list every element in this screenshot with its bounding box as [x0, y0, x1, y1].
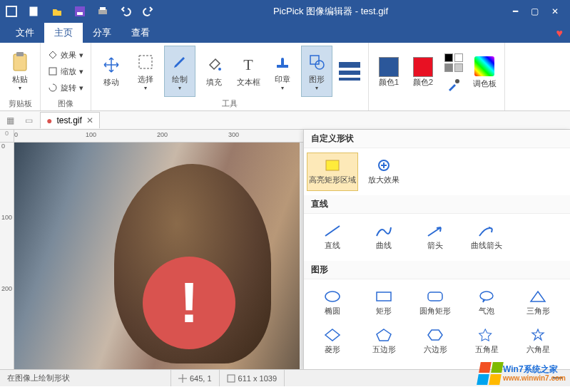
shape-button[interactable]: 图形▾ [301, 46, 332, 97]
shape-icon [307, 52, 327, 72]
svg-rect-13 [310, 56, 319, 64]
maximize-button[interactable]: ▢ [531, 6, 539, 16]
doc-tab-label: test.gif [56, 115, 81, 125]
svg-rect-9 [49, 68, 56, 75]
app-icon [3, 3, 20, 20]
ribbon: 粘贴▾ 剪贴板 效果 ▾ 缩放 ▾ 旋转 ▾ 图像 移动 选择▾ 绘制▾ 填充 … [0, 43, 570, 111]
window-title: PicPick 图像编辑器 - test.gif [160, 5, 502, 18]
shape-magnify[interactable]: 放大效果 [358, 153, 409, 191]
cursor-pos-icon [178, 374, 187, 383]
palette-icon [474, 56, 494, 76]
rotate-button[interactable]: 旋转 ▾ [48, 81, 83, 95]
open-icon[interactable] [49, 3, 66, 20]
section-custom: 自定义形状 [304, 130, 570, 148]
stamp-button[interactable]: 印章▾ [267, 46, 298, 97]
save-icon[interactable] [71, 3, 88, 20]
svg-point-14 [315, 61, 324, 69]
svg-rect-7 [14, 54, 26, 71]
color1-button[interactable]: 颜色1 [373, 47, 404, 98]
doc-tab[interactable]: ● test.gif ✕ [40, 112, 100, 128]
close-tab-icon[interactable]: ✕ [86, 115, 93, 125]
new-icon[interactable] [26, 3, 43, 20]
section-lines: 直线 [304, 195, 570, 214]
section-shapes: 图形 [304, 261, 570, 279]
shape-hexagon[interactable]: 六边形 [409, 322, 461, 361]
shape-highlight-rect[interactable]: 高亮矩形区域 [307, 153, 358, 191]
svg-rect-22 [228, 375, 235, 382]
svg-rect-1 [7, 7, 16, 16]
title-bar: PicPick 图像编辑器 - test.gif ━ ▢ ✕ [0, 0, 570, 23]
clipboard-icon [10, 52, 30, 72]
svg-rect-2 [30, 7, 37, 16]
tab-share[interactable]: 分享 [83, 23, 121, 43]
status-hint: 在图像上绘制形状 [0, 370, 171, 386]
resize-button[interactable]: 缩放 ▾ [48, 64, 83, 78]
ruler-corner: 0 [0, 130, 14, 143]
svg-rect-19 [377, 292, 391, 301]
svg-rect-16 [326, 160, 339, 170]
exclamation-stamp: ! [143, 257, 235, 349]
select-icon [136, 52, 156, 72]
fill-button[interactable]: 填充 [198, 46, 230, 97]
text-button[interactable]: T文本框 [233, 46, 264, 97]
select-button[interactable]: 选择▾ [130, 46, 161, 97]
draw-button[interactable]: 绘制▾ [164, 46, 195, 97]
minimize-button[interactable]: ━ [513, 6, 518, 16]
shape-arrow[interactable]: 箭头 [409, 218, 461, 257]
document-tabs: ▦ ▭ ● test.gif ✕ [0, 111, 570, 130]
status-size: 611 x 1039 [220, 370, 285, 386]
shape-pentagon[interactable]: 五边形 [358, 322, 409, 361]
paste-button[interactable]: 粘贴▾ [4, 46, 36, 97]
shape-dropdown: 自定义形状 高亮矩形区域 放大效果 直线 直线 曲线 箭头 曲线箭头 图形 椭圆… [303, 130, 570, 369]
move-icon [101, 55, 121, 75]
tab-home[interactable]: 主页 [44, 23, 83, 43]
svg-rect-20 [428, 292, 442, 301]
move-button[interactable]: 移动 [96, 46, 127, 97]
print-icon[interactable] [94, 3, 111, 20]
watermark: Win7系统之家www.winwin7.com [479, 362, 566, 385]
shape-star6[interactable]: 六角星 [512, 322, 564, 361]
shape-star5[interactable]: 五角星 [461, 322, 512, 361]
color1-swatch [379, 57, 399, 77]
single-view-icon[interactable]: ▭ [21, 113, 36, 128]
svg-point-21 [480, 292, 493, 300]
svg-point-18 [325, 292, 340, 301]
ruler-vertical: 0 100 200 [0, 143, 14, 369]
shape-line[interactable]: 直线 [307, 218, 358, 257]
svg-rect-5 [98, 9, 107, 14]
svg-rect-12 [277, 65, 288, 68]
shape-triangle[interactable]: 三角形 [512, 284, 564, 322]
grid-view-icon[interactable]: ▦ [3, 113, 17, 128]
tab-view[interactable]: 查看 [121, 23, 160, 43]
svg-rect-6 [100, 7, 106, 10]
color2-button[interactable]: 颜色2 [407, 47, 439, 98]
svg-rect-8 [16, 52, 24, 56]
palette-button[interactable]: 调色板 [469, 47, 500, 98]
shape-curve[interactable]: 曲线 [358, 218, 409, 257]
undo-icon[interactable] [117, 3, 134, 20]
eyedropper-icon[interactable] [447, 78, 461, 92]
svg-rect-10 [139, 56, 152, 68]
redo-icon[interactable] [140, 3, 157, 20]
svg-rect-4 [77, 12, 83, 15]
effect-button[interactable]: 效果 ▾ [48, 48, 83, 62]
favorite-icon[interactable]: ♥ [549, 24, 571, 43]
group-clipboard-label: 剪贴板 [4, 97, 36, 109]
ribbon-tabs: 文件 主页 分享 查看 ♥ [0, 23, 570, 43]
shape-roundrect[interactable]: 圆角矩形 [409, 284, 461, 322]
line-weight-icon[interactable] [339, 62, 360, 81]
shape-rect[interactable]: 矩形 [358, 284, 409, 322]
text-icon: T [238, 55, 258, 75]
status-bar: 在图像上绘制形状 645, 1 611 x 1039 ━━ Win7系统之家ww… [0, 369, 570, 386]
color-grid[interactable] [444, 53, 463, 72]
svg-point-11 [218, 68, 221, 71]
shape-diamond[interactable]: 菱形 [307, 322, 358, 361]
close-button[interactable]: ✕ [551, 6, 559, 16]
shape-ellipse[interactable]: 椭圆 [307, 284, 358, 322]
shape-speech[interactable]: 气泡 [461, 284, 512, 322]
color2-swatch [413, 57, 433, 77]
shape-curve-arrow[interactable]: 曲线箭头 [461, 218, 512, 257]
group-image-label: 图像 [45, 97, 86, 109]
tab-file[interactable]: 文件 [6, 23, 44, 43]
status-pos: 645, 1 [171, 370, 220, 386]
